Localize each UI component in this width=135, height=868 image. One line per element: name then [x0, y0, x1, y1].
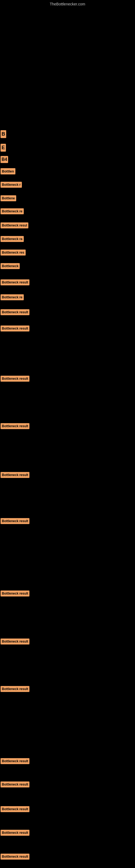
bottleneck-badge: Bottleneck result	[1, 518, 30, 524]
bottleneck-label: Bottleneck result	[1, 376, 30, 382]
bottleneck-badge: Bottleneck	[1, 263, 20, 269]
bottleneck-badge: Bottleneck result	[1, 326, 30, 332]
bottleneck-badge: Bottleneck result	[1, 854, 30, 860]
bottleneck-badge: Bottleneck result	[1, 686, 30, 692]
bottleneck-badge: Bottleneck result	[1, 781, 30, 787]
bottleneck-badge: E	[1, 144, 6, 152]
bottleneck-badge: B	[1, 130, 6, 138]
bottleneck-badge: Bottleneck result	[1, 639, 30, 645]
bottleneck-label: Bottleneck result	[1, 854, 30, 860]
bottleneck-label: Bottleneck result	[1, 758, 30, 764]
bottleneck-label: Bottleneck result	[1, 686, 30, 692]
bottleneck-label: Bottleneck result	[1, 423, 30, 429]
bottleneck-label: Bottlene	[1, 195, 16, 201]
bottleneck-badge: Bottleneck result	[1, 309, 30, 315]
bottleneck-badge: Bottlene	[1, 195, 16, 201]
bottleneck-label: Bottleneck res	[1, 250, 26, 255]
bottleneck-label: Bottleneck r	[1, 182, 22, 188]
site-title: TheBottlenecker.com	[0, 2, 135, 6]
bottleneck-badge: Bottleneck result	[1, 806, 30, 812]
bottleneck-badge: Bottleneck ra	[1, 236, 24, 242]
bottleneck-label: B4	[1, 156, 8, 163]
bottleneck-label: B	[1, 130, 6, 138]
bottleneck-label: E	[1, 144, 6, 152]
bottleneck-label: Bottlen	[1, 168, 15, 175]
bottleneck-badge: Bottlen	[1, 168, 15, 175]
bottleneck-label: Bottleneck result	[1, 326, 30, 332]
bottleneck-badge: Bottleneck result	[1, 423, 30, 429]
bottleneck-badge: Bottleneck re	[1, 208, 24, 214]
bottleneck-badge: Bottleneck result	[1, 376, 30, 382]
bottleneck-label: Bottleneck result	[1, 806, 30, 812]
bottleneck-label: Bottleneck	[1, 263, 20, 269]
bottleneck-label: Bottleneck result	[1, 781, 30, 787]
bottleneck-label: Bottleneck result	[1, 830, 30, 836]
bottleneck-badge: Bottleneck result	[1, 472, 30, 478]
bottleneck-label: Bottleneck result	[1, 518, 30, 524]
bottleneck-label: Bottleneck re	[1, 294, 24, 300]
bottleneck-label: Bottleneck ra	[1, 236, 24, 242]
bottleneck-label: Bottleneck result	[1, 472, 30, 478]
bottleneck-label: Bottleneck re	[1, 208, 24, 214]
bottleneck-label: Bottleneck result	[1, 639, 30, 645]
bottleneck-label: Bottleneck result	[1, 309, 30, 315]
bottleneck-label: Bottleneck resul	[1, 222, 28, 228]
bottleneck-badge: Bottleneck result	[1, 830, 30, 836]
bottleneck-label: Bottleneck result	[1, 590, 30, 596]
bottleneck-badge: B4	[1, 156, 8, 163]
bottleneck-badge: Bottleneck res	[1, 250, 26, 255]
bottleneck-badge: Bottleneck result	[1, 758, 30, 764]
bottleneck-badge: Bottleneck result	[1, 590, 30, 596]
bottleneck-badge: Bottleneck r	[1, 182, 22, 188]
bottleneck-badge: Bottleneck re	[1, 294, 24, 300]
bottleneck-badge: Bottleneck result	[1, 279, 30, 285]
main-container: TheBottlenecker.com BEB4BottlenBottlenec…	[0, 0, 135, 868]
bottleneck-badge: Bottleneck resul	[1, 222, 28, 228]
bottleneck-label: Bottleneck result	[1, 279, 30, 285]
